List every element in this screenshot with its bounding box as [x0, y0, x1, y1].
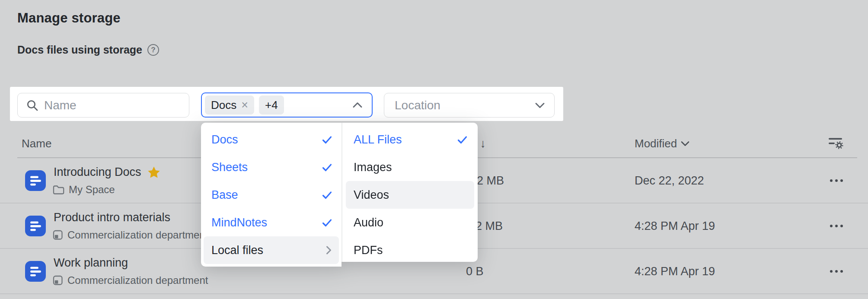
file-type-submenu-panel: ALL Files Images Videos Audio PDFs: [341, 123, 478, 262]
file-modified: 4:28 PM Apr 19: [635, 219, 715, 232]
sort-descending-icon[interactable]: ↓: [480, 137, 486, 150]
remove-chip-icon[interactable]: ×: [241, 99, 248, 111]
type-menu-item-sheets[interactable]: Sheets: [204, 153, 339, 181]
type-chip-more-count[interactable]: +4: [259, 95, 284, 115]
chip-label: Docs: [211, 99, 236, 112]
docs-file-icon: [25, 216, 46, 236]
chevron-down-icon: [680, 140, 690, 146]
check-icon: [322, 219, 332, 227]
row-more-actions-icon[interactable]: [830, 270, 843, 273]
page-title: Manage storage: [17, 10, 121, 26]
list-settings-icon: [828, 137, 844, 150]
check-icon: [322, 191, 332, 199]
file-size: 0 B: [466, 264, 484, 278]
row-more-actions-icon[interactable]: [830, 225, 843, 227]
file-location: My Space: [69, 184, 115, 196]
column-header-modified[interactable]: Modified: [635, 137, 690, 150]
check-icon: [322, 163, 332, 172]
type-chip-docs[interactable]: Docs ×: [205, 95, 254, 115]
file-type-item-videos[interactable]: Videos: [346, 181, 474, 209]
chevron-up-icon: [352, 101, 363, 109]
search-icon: [26, 99, 38, 111]
file-modified: Dec 22, 2022: [635, 174, 704, 187]
check-icon: [457, 136, 467, 144]
type-menu-item-docs[interactable]: Docs: [204, 126, 339, 153]
type-menu-item-mindnotes[interactable]: MindNotes: [204, 209, 339, 236]
chip-label: +4: [265, 99, 278, 112]
type-menu-item-local-files[interactable]: Local files: [204, 236, 339, 264]
manage-storage-page: Manage storage Docs files using storage …: [0, 0, 868, 299]
chevron-down-icon: [534, 102, 546, 109]
type-filter-select[interactable]: Docs × +4: [201, 92, 373, 118]
file-location: Commercialization department: [67, 229, 208, 241]
section-title: Docs files using storage: [17, 44, 142, 56]
help-icon[interactable]: ?: [147, 44, 159, 56]
file-name[interactable]: Work planning: [54, 256, 128, 270]
file-type-item-audio[interactable]: Audio: [346, 209, 474, 236]
type-menu-panel: Docs Sheets Base MindNotes Local files: [201, 123, 341, 267]
location-placeholder: Location: [395, 99, 440, 112]
file-name[interactable]: Product intro materials: [54, 211, 170, 224]
column-settings-button[interactable]: [828, 137, 844, 150]
file-type-item-all-files[interactable]: ALL Files: [346, 126, 474, 153]
shared-space-icon: [53, 275, 63, 286]
docs-file-icon: [25, 261, 46, 282]
file-type-item-pdfs[interactable]: PDFs: [346, 236, 474, 264]
file-name[interactable]: Introducing Docs: [54, 165, 141, 179]
check-icon: [322, 136, 332, 144]
type-menu-item-base[interactable]: Base: [204, 181, 339, 209]
name-search-field[interactable]: [17, 93, 189, 118]
docs-file-icon: [25, 170, 46, 191]
column-header-name[interactable]: Name: [22, 137, 51, 150]
file-location: Commercialization department: [67, 274, 208, 286]
folder-icon: [53, 185, 64, 195]
chevron-right-icon: [326, 245, 332, 255]
shared-space-icon: [53, 230, 63, 240]
location-filter-select[interactable]: Location: [384, 93, 555, 118]
search-input[interactable]: [44, 99, 182, 112]
row-more-actions-icon[interactable]: [830, 179, 843, 182]
section-header: Docs files using storage ?: [17, 44, 159, 56]
star-icon[interactable]: [147, 166, 160, 178]
file-modified: 4:28 PM Apr 19: [635, 264, 715, 278]
file-type-item-images[interactable]: Images: [346, 153, 474, 181]
file-size: 2 MB: [477, 174, 504, 187]
